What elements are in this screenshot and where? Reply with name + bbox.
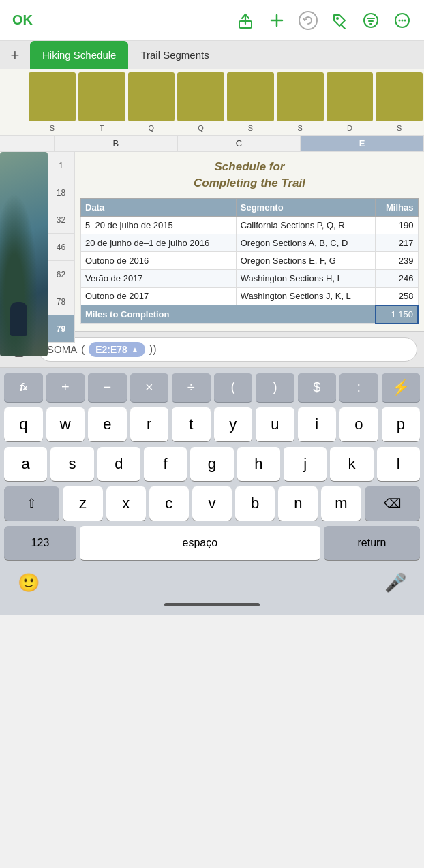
key-e[interactable]: e [88, 407, 127, 441]
key-y[interactable]: y [214, 407, 253, 441]
ok-button[interactable]: OK [12, 12, 33, 28]
divide-key[interactable]: ÷ [172, 373, 211, 402]
formula-name: SOMA [47, 343, 77, 355]
add-button[interactable] [267, 11, 286, 30]
close-paren-key[interactable]: ) [256, 373, 294, 402]
day-T: T [77, 124, 127, 132]
col-bar-8 [376, 72, 423, 121]
cell-miles-4[interactable]: 258 [376, 287, 418, 305]
col-C[interactable]: C [178, 136, 301, 151]
math-key-row: fx + − × ÷ ( ) $ : ⚡ [4, 373, 420, 402]
key-c[interactable]: c [149, 486, 189, 521]
cell-miles-2[interactable]: 239 [376, 251, 418, 269]
key-r[interactable]: r [130, 407, 169, 441]
row-numbers: 1 18 32 46 62 78 79 [48, 152, 75, 343]
formula-range-text: E2:E78 [95, 344, 127, 355]
cell-segment-0[interactable]: California Sections P, Q, R [236, 216, 375, 234]
cell-date-4[interactable]: Outono de 2017 [81, 287, 237, 305]
day-D: D [325, 124, 375, 132]
filter-button[interactable] [361, 11, 380, 30]
total-row[interactable]: Miles to Completion 1 150 [81, 305, 419, 324]
cell-segment-2[interactable]: Oregon Sections E, F, G [236, 251, 375, 269]
key-d[interactable]: d [97, 447, 140, 481]
formula-pill[interactable]: SOMA ( E2:E78 ▲ )) [38, 337, 417, 362]
table-row[interactable]: Outono de 2017 Washington Sections J, K,… [81, 287, 419, 305]
content-area: 1 18 32 46 62 78 79 Schedule for Complet… [0, 152, 424, 331]
share-button[interactable] [236, 11, 255, 30]
left-panel: 1 18 32 46 62 78 79 [0, 152, 75, 331]
total-value[interactable]: 1 150 [376, 305, 418, 324]
open-paren-key[interactable]: ( [214, 373, 253, 402]
key-m[interactable]: m [321, 486, 361, 521]
total-label[interactable]: Miles to Completion [81, 305, 376, 324]
col-E[interactable]: E [301, 136, 424, 151]
fx-key[interactable]: fx [4, 373, 43, 402]
key-v[interactable]: v [192, 486, 232, 521]
add-sheet-button[interactable]: + [0, 41, 30, 69]
row-num-32: 32 [48, 206, 75, 234]
multiply-key[interactable]: × [130, 373, 169, 402]
backspace-key[interactable]: ⌫ [365, 486, 420, 521]
cell-miles-3[interactable]: 246 [376, 269, 418, 287]
mic-button[interactable]: 🎤 [384, 572, 406, 593]
cell-miles-0[interactable]: 190 [376, 216, 418, 234]
col-bar-1 [29, 72, 76, 121]
minus-key[interactable]: − [88, 373, 127, 402]
table-row[interactable]: 5–20 de julho de 2015 California Section… [81, 216, 419, 234]
key-s[interactable]: s [50, 447, 93, 481]
key-f[interactable]: f [144, 447, 187, 481]
cell-date-1[interactable]: 20 de junho de–1 de julho 2016 [81, 234, 237, 251]
cell-date-2[interactable]: Outono de 2016 [81, 251, 237, 269]
shift-key[interactable]: ⇧ [4, 486, 59, 521]
key-x[interactable]: x [106, 486, 146, 521]
numbers-key[interactable]: 123 [4, 526, 76, 560]
col-bar-3 [128, 72, 175, 121]
space-key[interactable]: espaço [80, 526, 320, 560]
key-k[interactable]: k [330, 447, 373, 481]
key-i[interactable]: i [298, 407, 337, 441]
lightning-key[interactable]: ⚡ [382, 373, 421, 402]
day-labels: S T Q Q S S D S [0, 124, 424, 135]
key-n[interactable]: n [278, 486, 318, 521]
tag-button[interactable] [330, 11, 349, 30]
cell-segment-1[interactable]: Oregon Sections A, B, C, D [236, 234, 375, 251]
key-o[interactable]: o [339, 407, 378, 441]
undo-button[interactable] [299, 11, 318, 30]
key-h[interactable]: h [237, 447, 280, 481]
cell-segment-3[interactable]: Washington Sections H, I [236, 269, 375, 287]
key-u[interactable]: u [256, 407, 294, 441]
tab-trail-segments[interactable]: Trail Segments [128, 41, 221, 69]
key-g[interactable]: g [190, 447, 233, 481]
key-j[interactable]: j [284, 447, 327, 481]
key-a[interactable]: a [4, 447, 47, 481]
cell-date-3[interactable]: Verão de 2017 [81, 269, 237, 287]
formula-range-pill[interactable]: E2:E78 ▲ [89, 342, 145, 357]
row-num-18: 18 [48, 179, 75, 206]
key-w[interactable]: w [46, 407, 85, 441]
key-b[interactable]: b [235, 486, 275, 521]
table-row[interactable]: Verão de 2017 Washington Sections H, I 2… [81, 269, 419, 287]
dollar-key[interactable]: $ [298, 373, 337, 402]
cell-miles-1[interactable]: 217 [376, 234, 418, 251]
key-z[interactable]: z [63, 486, 102, 521]
data-table: Data Segmento Milhas 5–20 de julho de 20… [80, 198, 419, 324]
key-p[interactable]: p [382, 407, 421, 441]
cell-date-0[interactable]: 5–20 de julho de 2015 [81, 216, 237, 234]
return-key[interactable]: return [324, 526, 420, 560]
more-button[interactable] [393, 11, 412, 30]
colon-key[interactable]: : [339, 373, 378, 402]
emoji-button[interactable]: 🙂 [18, 572, 40, 593]
key-l[interactable]: l [377, 447, 420, 481]
key-t[interactable]: t [172, 407, 211, 441]
column-bars [0, 69, 424, 124]
plus-key[interactable]: + [46, 373, 85, 402]
table-row[interactable]: 20 de junho de–1 de julho 2016 Oregon Se… [81, 234, 419, 251]
svg-point-12 [402, 19, 404, 21]
tab-hiking-schedule[interactable]: Hiking Schedule [30, 41, 128, 69]
keyboard: fx + − × ÷ ( ) $ : ⚡ q w e r t y u i o p… [0, 368, 424, 615]
table-row[interactable]: Outono de 2016 Oregon Sections E, F, G 2… [81, 251, 419, 269]
key-row-3: ⇧ z x c v b n m ⌫ [4, 486, 420, 521]
col-B[interactable]: B [55, 136, 178, 151]
key-q[interactable]: q [4, 407, 43, 441]
cell-segment-4[interactable]: Washington Sections J, K, L [236, 287, 375, 305]
